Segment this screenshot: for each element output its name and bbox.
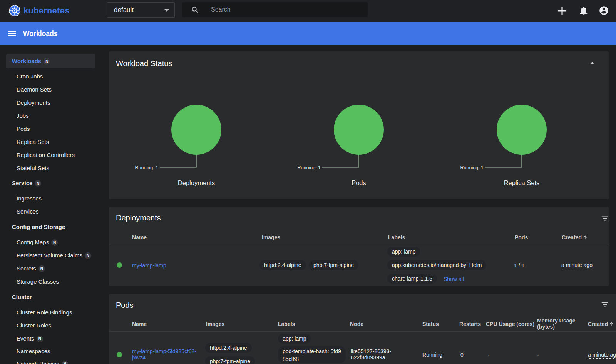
svg-text:Pods: Pods	[352, 179, 366, 186]
svg-text:Deployments: Deployments	[178, 179, 215, 186]
svg-text:Running: 1: Running: 1	[298, 165, 321, 170]
svg-text:Replica Sets: Replica Sets	[504, 179, 540, 186]
svg-text:Running: 1: Running: 1	[460, 165, 484, 170]
svg-text:Running: 1: Running: 1	[135, 165, 159, 170]
